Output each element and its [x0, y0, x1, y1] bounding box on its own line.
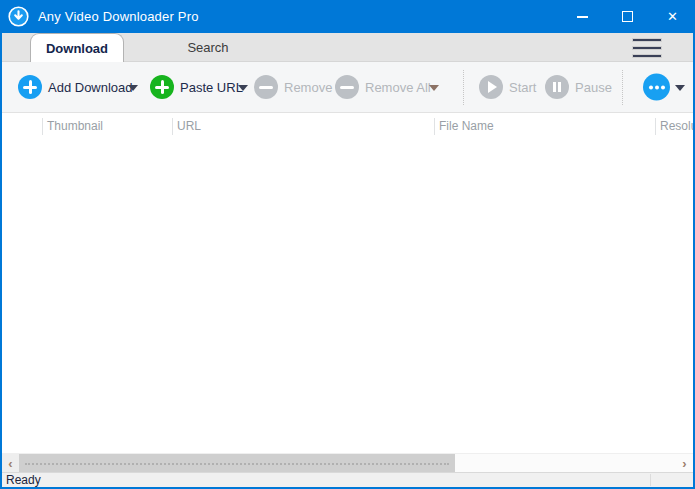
minus-circle-icon — [254, 75, 278, 99]
pause-label: Pause — [575, 80, 612, 95]
pause-circle-icon — [545, 75, 569, 99]
status-bar: Ready — [2, 472, 693, 487]
app-window: Any Video Downloader Pro ✕ Download Sear… — [0, 0, 695, 489]
tab-search-label: Search — [187, 40, 228, 55]
minimize-icon — [577, 16, 588, 18]
more-options-button[interactable] — [643, 74, 670, 101]
column-separator[interactable] — [434, 118, 435, 135]
maximize-icon — [622, 11, 633, 22]
column-separator[interactable] — [42, 118, 43, 135]
add-download-dropdown-icon[interactable] — [128, 85, 138, 91]
window-title: Any Video Downloader Pro — [38, 9, 199, 24]
scroll-left-button[interactable]: ‹ — [2, 454, 19, 472]
paste-url-button[interactable]: Paste URL — [150, 75, 243, 99]
pause-button[interactable]: Pause — [545, 75, 612, 99]
play-circle-icon — [479, 75, 503, 99]
horizontal-scrollbar[interactable]: ‹ › — [2, 453, 693, 472]
tab-download[interactable]: Download — [30, 33, 124, 62]
toolbar-separator — [622, 70, 623, 105]
start-label: Start — [509, 80, 536, 95]
title-bar: Any Video Downloader Pro ✕ — [0, 0, 695, 33]
chevron-left-icon: ‹ — [8, 457, 12, 470]
download-list-area[interactable] — [2, 140, 693, 453]
tab-download-label: Download — [46, 41, 108, 56]
tab-bar: Download Search — [2, 33, 693, 62]
column-separator[interactable] — [172, 118, 173, 135]
app-logo-icon — [8, 6, 29, 27]
close-icon: ✕ — [667, 10, 678, 23]
status-text: Ready — [6, 474, 41, 486]
paste-url-dropdown-icon[interactable] — [238, 85, 248, 91]
start-button[interactable]: Start — [479, 75, 536, 99]
menu-bar-3 — [632, 54, 662, 58]
column-header-resolution[interactable]: Resolution — [660, 119, 693, 133]
remove-all-dropdown-icon[interactable] — [429, 85, 439, 91]
paste-url-label: Paste URL — [180, 80, 243, 95]
status-separator — [650, 474, 651, 486]
toolbar-separator — [463, 70, 464, 105]
minus-circle-icon — [335, 75, 359, 99]
menu-bar-2 — [632, 46, 662, 50]
chevron-right-icon: › — [682, 457, 686, 470]
table-header: Thumbnail URL File Name Resolution — [2, 113, 693, 140]
remove-all-button[interactable]: Remove All — [335, 75, 431, 99]
add-download-button[interactable]: Add Download — [18, 75, 133, 99]
column-header-filename[interactable]: File Name — [439, 119, 494, 133]
toolbar: Add Download Paste URL Remove Remove All… — [2, 62, 693, 113]
close-button[interactable]: ✕ — [650, 0, 695, 33]
scrollbar-thumb[interactable] — [19, 454, 455, 472]
minimize-button[interactable] — [560, 0, 605, 33]
window-controls: ✕ — [560, 0, 695, 33]
tab-search[interactable]: Search — [124, 33, 292, 62]
scroll-right-button[interactable]: › — [676, 454, 693, 472]
column-header-thumbnail[interactable]: Thumbnail — [47, 119, 103, 133]
more-options-dropdown-icon[interactable] — [675, 85, 685, 91]
remove-button[interactable]: Remove — [254, 75, 332, 99]
column-separator[interactable] — [655, 118, 656, 135]
plus-circle-icon — [150, 75, 174, 99]
menu-bar-1 — [632, 38, 662, 42]
remove-label: Remove — [284, 80, 332, 95]
remove-all-label: Remove All — [365, 80, 431, 95]
plus-circle-icon — [18, 75, 42, 99]
add-download-label: Add Download — [48, 80, 133, 95]
maximize-button[interactable] — [605, 0, 650, 33]
column-header-url[interactable]: URL — [177, 119, 201, 133]
ellipsis-circle-icon — [643, 74, 670, 101]
menu-icon[interactable] — [632, 38, 662, 58]
